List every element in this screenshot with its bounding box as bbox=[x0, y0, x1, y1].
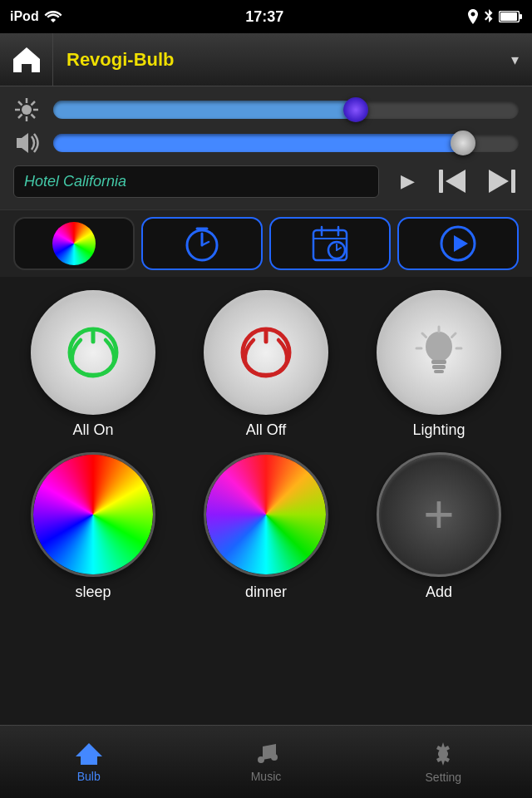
brightness-thumb[interactable] bbox=[343, 97, 368, 122]
brightness-icon bbox=[13, 96, 43, 123]
svg-line-10 bbox=[32, 101, 36, 106]
svg-rect-37 bbox=[434, 370, 444, 373]
svg-point-45 bbox=[271, 754, 278, 761]
dinner-button[interactable] bbox=[204, 452, 328, 577]
timer-button[interactable] bbox=[141, 217, 263, 270]
music-tab-icon bbox=[254, 741, 278, 766]
music-row: Hotel California ▶ bbox=[13, 163, 519, 200]
status-right bbox=[467, 9, 522, 24]
status-bar: iPod 17:37 bbox=[0, 0, 532, 33]
status-time: 17:37 bbox=[245, 8, 283, 26]
add-item[interactable]: + Add bbox=[359, 452, 519, 601]
schedule-button[interactable] bbox=[269, 217, 391, 270]
bulb-tab-label: Bulb bbox=[77, 770, 101, 783]
lighting-label: Lighting bbox=[412, 421, 465, 439]
setting-tab-icon bbox=[430, 741, 456, 767]
tab-bulb[interactable]: Bulb bbox=[0, 726, 177, 798]
volume-slider[interactable] bbox=[53, 134, 519, 152]
svg-point-34 bbox=[426, 332, 452, 362]
controls-area: Hotel California ▶ bbox=[0, 86, 532, 210]
svg-marker-43 bbox=[76, 743, 102, 765]
bluetooth-icon bbox=[484, 9, 494, 24]
device-name: Revogi-Bulb bbox=[66, 49, 175, 71]
svg-line-9 bbox=[32, 115, 36, 119]
svg-rect-13 bbox=[439, 170, 443, 193]
chevron-down-icon: ▾ bbox=[511, 51, 519, 69]
svg-marker-16 bbox=[489, 170, 509, 193]
status-left: iPod bbox=[10, 9, 62, 24]
song-title: Hotel California bbox=[13, 165, 379, 198]
prev-button[interactable] bbox=[436, 163, 472, 200]
play-button[interactable]: ▶ bbox=[389, 163, 426, 200]
tab-bar: Bulb Music Setting bbox=[0, 725, 532, 798]
all-on-item[interactable]: All On bbox=[13, 290, 173, 439]
dinner-label: dinner bbox=[245, 584, 287, 601]
all-off-label: All Off bbox=[246, 421, 287, 439]
brightness-slider[interactable] bbox=[53, 101, 519, 119]
svg-point-44 bbox=[258, 756, 264, 763]
grid-area: All On All Off bbox=[0, 277, 532, 614]
volume-icon bbox=[13, 131, 43, 155]
svg-rect-15 bbox=[511, 170, 515, 193]
all-on-button[interactable] bbox=[31, 290, 155, 415]
sleep-button[interactable] bbox=[31, 452, 155, 577]
lighting-item[interactable]: Lighting bbox=[359, 290, 519, 439]
volume-thumb[interactable] bbox=[451, 131, 475, 155]
svg-line-11 bbox=[18, 115, 22, 119]
add-button[interactable]: + bbox=[377, 452, 501, 577]
color-wheel-button[interactable] bbox=[13, 217, 135, 270]
tab-music[interactable]: Music bbox=[177, 726, 354, 798]
svg-rect-1 bbox=[520, 14, 522, 19]
brightness-slider-row bbox=[13, 96, 519, 123]
svg-rect-36 bbox=[432, 365, 446, 369]
lighting-button[interactable] bbox=[377, 290, 501, 415]
dinner-item[interactable]: dinner bbox=[186, 452, 346, 601]
svg-line-8 bbox=[18, 101, 22, 106]
all-off-button[interactable] bbox=[204, 290, 328, 415]
sleep-label: sleep bbox=[75, 584, 111, 601]
plus-icon: + bbox=[423, 484, 454, 545]
wifi-icon bbox=[44, 10, 62, 23]
play-mode-button[interactable] bbox=[397, 217, 519, 270]
tab-setting[interactable]: Setting bbox=[355, 726, 532, 798]
battery-icon bbox=[499, 11, 522, 22]
all-on-label: All On bbox=[72, 421, 113, 439]
device-selector[interactable]: Revogi-Bulb ▾ bbox=[53, 49, 532, 71]
location-icon bbox=[467, 9, 479, 24]
svg-marker-12 bbox=[17, 133, 28, 153]
ipod-label: iPod bbox=[10, 9, 39, 24]
svg-line-39 bbox=[452, 333, 456, 337]
svg-marker-29 bbox=[454, 235, 468, 252]
volume-slider-row bbox=[13, 131, 519, 155]
all-off-item[interactable]: All Off bbox=[186, 290, 346, 439]
setting-tab-label: Setting bbox=[426, 771, 462, 784]
sleep-item[interactable]: sleep bbox=[13, 452, 173, 601]
svg-rect-2 bbox=[500, 12, 517, 21]
svg-line-41 bbox=[422, 333, 426, 337]
svg-rect-35 bbox=[431, 360, 446, 364]
next-button[interactable] bbox=[482, 163, 519, 200]
bulb-tab-icon bbox=[76, 741, 102, 766]
svg-point-3 bbox=[22, 105, 32, 115]
toolbar-icons bbox=[0, 210, 532, 277]
music-tab-label: Music bbox=[251, 770, 282, 783]
home-button[interactable] bbox=[0, 33, 53, 86]
add-label: Add bbox=[426, 584, 452, 601]
header: Revogi-Bulb ▾ bbox=[0, 33, 532, 86]
svg-marker-14 bbox=[446, 170, 466, 193]
